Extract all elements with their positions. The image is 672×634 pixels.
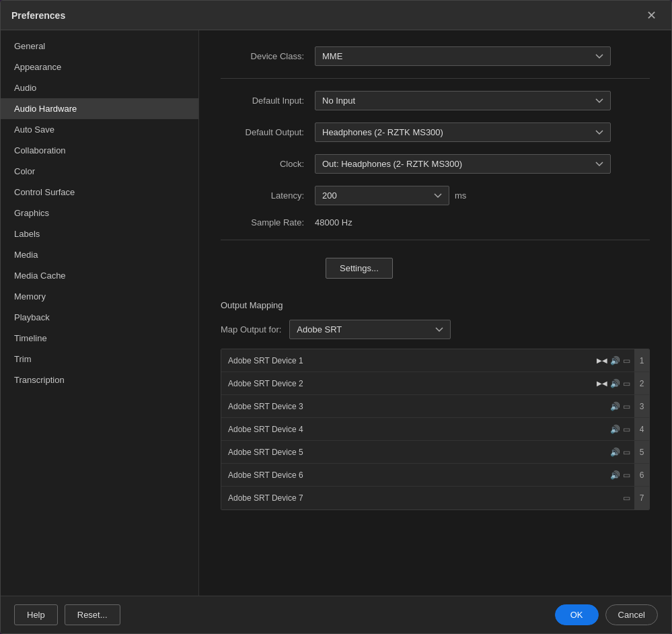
reset-button[interactable]: Reset... xyxy=(65,604,120,625)
main-panel: Device Class: MME ASIO WDM Default Input… xyxy=(199,30,671,596)
divider-1 xyxy=(221,78,650,79)
device-row[interactable]: Adobe SRT Device 1▶◀🔊▭1 xyxy=(221,349,649,372)
footer-left: Help Reset... xyxy=(14,604,120,625)
default-input-select[interactable]: No Input xyxy=(315,91,611,110)
device-number: 3 xyxy=(634,395,649,417)
device-channel-icon: ▭ xyxy=(623,402,630,411)
device-row[interactable]: Adobe SRT Device 2▶◀🔊▭2 xyxy=(221,372,649,395)
sidebar-item-audio-hardware[interactable]: Audio Hardware xyxy=(1,98,198,119)
default-output-row: Default Output: Headphones (2- RZTK MS30… xyxy=(221,122,650,142)
clock-row: Clock: Out: Headphones (2- RZTK MS300) xyxy=(221,154,650,174)
map-output-row: Map Output for: Adobe SRT xyxy=(221,320,650,339)
sidebar-item-labels[interactable]: Labels xyxy=(1,223,198,244)
sidebar-item-media[interactable]: Media xyxy=(1,244,198,265)
device-row[interactable]: Adobe SRT Device 7▭7 xyxy=(221,487,649,509)
default-input-select-wrap: No Input xyxy=(315,91,611,110)
sidebar-item-playback[interactable]: Playback xyxy=(1,307,198,328)
device-class-label: Device Class: xyxy=(221,51,315,61)
sidebar: GeneralAppearanceAudioAudio HardwareAuto… xyxy=(1,30,199,596)
device-name: Adobe SRT Device 3 xyxy=(228,402,610,411)
output-mapping-section: Output Mapping Map Output for: Adobe SRT… xyxy=(221,300,650,510)
device-class-select-wrap: MME ASIO WDM xyxy=(315,46,611,66)
sidebar-item-appearance[interactable]: Appearance xyxy=(1,57,198,77)
device-speaker-icon: 🔊 xyxy=(610,470,620,480)
clock-select[interactable]: Out: Headphones (2- RZTK MS300) xyxy=(315,154,611,174)
device-number: 5 xyxy=(634,441,649,463)
device-speaker-icon: 🔊 xyxy=(610,425,620,434)
preferences-dialog: Preferences ✕ GeneralAppearanceAudioAudi… xyxy=(0,0,672,634)
sidebar-item-audio[interactable]: Audio xyxy=(1,77,198,98)
map-output-label: Map Output for: xyxy=(221,324,281,334)
clock-label: Clock: xyxy=(221,159,315,169)
sidebar-item-control-surface[interactable]: Control Surface xyxy=(1,182,198,203)
device-name: Adobe SRT Device 2 xyxy=(228,379,597,388)
ok-button[interactable]: OK xyxy=(555,604,599,625)
device-number: 6 xyxy=(634,464,649,486)
device-name: Adobe SRT Device 5 xyxy=(228,448,610,457)
latency-select[interactable]: 200 100 512 xyxy=(315,186,449,205)
device-channel-icon: ▭ xyxy=(623,356,630,365)
sidebar-item-timeline[interactable]: Timeline xyxy=(1,328,198,349)
device-number: 7 xyxy=(634,487,649,509)
default-output-label: Default Output: xyxy=(221,127,315,137)
device-speaker-icon: 🔊 xyxy=(610,402,620,411)
device-number: 2 xyxy=(634,372,649,394)
device-class-row: Device Class: MME ASIO WDM xyxy=(221,46,650,66)
device-icons: 🔊▭ xyxy=(610,448,630,457)
device-name: Adobe SRT Device 1 xyxy=(228,356,597,365)
sidebar-item-memory[interactable]: Memory xyxy=(1,286,198,307)
device-icons: 🔊▭ xyxy=(610,425,630,434)
device-stereo-icon: ▶◀ xyxy=(597,380,607,387)
device-row[interactable]: Adobe SRT Device 5🔊▭5 xyxy=(221,441,649,464)
device-icons: ▶◀🔊▭ xyxy=(597,379,630,388)
sidebar-item-collaboration[interactable]: Collaboration xyxy=(1,140,198,161)
sidebar-item-transcription[interactable]: Transcription xyxy=(1,369,198,390)
device-icons: 🔊▭ xyxy=(610,402,630,411)
latency-row: Latency: 200 100 512 ms xyxy=(221,186,650,205)
settings-button[interactable]: Settings... xyxy=(326,258,393,279)
device-class-select[interactable]: MME ASIO WDM xyxy=(315,46,611,66)
titlebar: Preferences ✕ xyxy=(1,1,671,30)
sidebar-item-graphics[interactable]: Graphics xyxy=(1,203,198,223)
device-name: Adobe SRT Device 6 xyxy=(228,470,610,480)
device-icons: ▶◀🔊▭ xyxy=(597,356,630,365)
device-row[interactable]: Adobe SRT Device 3🔊▭3 xyxy=(221,395,649,418)
sidebar-item-trim[interactable]: Trim xyxy=(1,349,198,369)
device-stereo-icon: ▶◀ xyxy=(597,357,607,364)
device-icons: 🔊▭ xyxy=(610,470,630,480)
sidebar-item-media-cache[interactable]: Media Cache xyxy=(1,265,198,286)
clock-select-wrap: Out: Headphones (2- RZTK MS300) xyxy=(315,154,611,174)
devices-table: Adobe SRT Device 1▶◀🔊▭1Adobe SRT Device … xyxy=(221,349,650,510)
dialog-content: GeneralAppearanceAudioAudio HardwareAuto… xyxy=(1,30,671,596)
default-output-select[interactable]: Headphones (2- RZTK MS300) xyxy=(315,122,611,142)
sidebar-item-auto-save[interactable]: Auto Save xyxy=(1,119,198,140)
device-speaker-icon: 🔊 xyxy=(610,379,620,388)
latency-unit: ms xyxy=(455,190,466,201)
dialog-title: Preferences xyxy=(11,10,65,21)
sidebar-item-general[interactable]: General xyxy=(1,36,198,57)
close-button[interactable]: ✕ xyxy=(642,7,661,24)
device-channel-icon: ▭ xyxy=(623,493,630,503)
help-button[interactable]: Help xyxy=(14,604,58,625)
cancel-button[interactable]: Cancel xyxy=(605,604,658,625)
sample-rate-label: Sample Rate: xyxy=(221,217,315,227)
sample-rate-row: Sample Rate: 48000 Hz xyxy=(221,217,650,227)
map-output-select[interactable]: Adobe SRT xyxy=(289,320,451,339)
device-icons: ▭ xyxy=(623,493,630,503)
divider-2 xyxy=(221,240,650,240)
latency-label: Latency: xyxy=(221,190,315,201)
device-channel-icon: ▭ xyxy=(623,425,630,434)
footer: Help Reset... OK Cancel xyxy=(1,596,671,633)
device-name: Adobe SRT Device 7 xyxy=(228,493,623,503)
device-channel-icon: ▭ xyxy=(623,379,630,388)
device-row[interactable]: Adobe SRT Device 4🔊▭4 xyxy=(221,418,649,441)
latency-wrap: 200 100 512 ms xyxy=(315,186,466,205)
sidebar-item-color[interactable]: Color xyxy=(1,161,198,182)
device-speaker-icon: 🔊 xyxy=(610,356,620,365)
device-number: 1 xyxy=(634,349,649,372)
device-name: Adobe SRT Device 4 xyxy=(228,425,610,434)
sample-rate-value: 48000 Hz xyxy=(315,217,352,227)
device-row[interactable]: Adobe SRT Device 6🔊▭6 xyxy=(221,464,649,487)
device-channel-icon: ▭ xyxy=(623,448,630,457)
output-mapping-title: Output Mapping xyxy=(221,300,650,310)
